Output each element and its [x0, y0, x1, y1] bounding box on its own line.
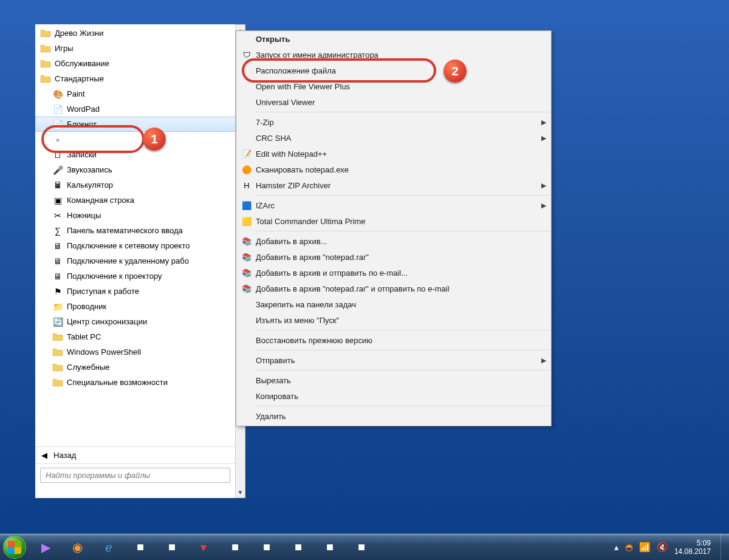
program-item[interactable]: ✂Ножницы — [35, 208, 235, 223]
blank-icon — [239, 33, 255, 45]
taskbar-app-generic5[interactable]: ■ — [283, 536, 313, 559]
context-item-label: Edit with Notepad++ — [256, 149, 546, 159]
program-item[interactable]: Обслуживание — [35, 56, 235, 71]
search-input[interactable] — [40, 468, 230, 483]
context-separator — [256, 330, 550, 330]
context-item[interactable]: 🟨Total Commander Ultima Prime — [236, 213, 551, 229]
program-item-label: Подключение к удаленному рабо — [67, 256, 189, 265]
start-button[interactable] — [0, 534, 29, 561]
context-item[interactable]: 🟦IZArc▶ — [236, 197, 551, 213]
context-item[interactable]: 🛡Запуск от имени администратора — [236, 47, 551, 63]
taskbar-pinned-apps: ▶ ◉ ℯ ■ ■ ▾ ■ ■ ■ ■ ■ — [30, 534, 377, 560]
folder-icon — [40, 73, 51, 84]
taskbar-app-generic6[interactable]: ■ — [315, 536, 345, 559]
program-item[interactable]: Стандартные — [35, 71, 235, 86]
context-item-label: Восстановить прежнюю версию — [256, 336, 546, 345]
program-item[interactable]: Древо Жизни — [35, 26, 235, 41]
program-item[interactable]: Специальные возможности — [35, 375, 235, 390]
program-item[interactable]: 📄WordPad — [35, 101, 235, 117]
program-item[interactable]: ∑Панель математического ввода — [35, 223, 235, 238]
taskbar: ▶ ◉ ℯ ■ ■ ▾ ■ ■ ■ ■ ■ ▴ ◓ 📶 🔇 5:09 14.08… — [0, 533, 729, 560]
context-item[interactable]: Восстановить прежнюю версию — [236, 332, 551, 348]
hamster-icon: H — [239, 179, 255, 191]
context-item[interactable]: Open with File Viewer Plus — [236, 78, 551, 94]
taskbar-app-generic7[interactable]: ■ — [346, 536, 377, 559]
context-item[interactable]: Отправить▶ — [236, 352, 551, 368]
context-item-label: Total Commander Ultima Prime — [256, 217, 546, 226]
flag-icon: ⚑ — [52, 286, 63, 297]
program-item[interactable]: 🗒Записки — [35, 147, 235, 162]
tray-avast-icon[interactable]: ◓ — [625, 542, 633, 553]
taskbar-app-generic2[interactable]: ■ — [157, 536, 187, 559]
taskbar-app-ie[interactable]: ℯ — [94, 536, 124, 559]
notes-icon: 🗒 — [52, 149, 63, 160]
blank-icon — [239, 64, 255, 77]
scroll-down-icon[interactable]: ▼ — [236, 487, 245, 497]
back-button[interactable]: ◀ Назад — [35, 446, 235, 463]
context-item-label: Отправить — [256, 356, 541, 365]
back-arrow-icon: ◀ — [41, 451, 47, 460]
context-item[interactable]: Копировать — [236, 388, 551, 404]
program-item[interactable]: 🎨Paint — [35, 86, 235, 101]
context-item[interactable]: CRC SHA▶ — [236, 130, 551, 146]
context-item-label: Расположение файла — [256, 66, 546, 75]
program-list: Древо ЖизниИгрыОбслуживаниеСтандартные🎨P… — [35, 24, 235, 446]
program-item[interactable]: 🔄Центр синхронизации — [35, 314, 235, 329]
context-item[interactable]: Вырезать — [236, 372, 551, 388]
context-separator — [256, 370, 550, 370]
proj-icon: 🖥 — [52, 241, 63, 251]
context-item-label: Копировать — [256, 392, 546, 401]
blank-icon — [239, 298, 255, 310]
taskbar-app-red[interactable]: ▾ — [188, 536, 219, 559]
context-item[interactable]: 📚Добавить в архив... — [236, 233, 551, 249]
context-item[interactable]: 7-Zip▶ — [236, 114, 551, 130]
context-item[interactable]: Расположение файла — [236, 63, 551, 78]
program-item[interactable]: Tablet PC — [35, 329, 235, 344]
taskbar-app-generic1[interactable]: ■ — [125, 536, 156, 559]
program-item-label: Древо Жизни — [55, 29, 104, 38]
context-item[interactable]: 📝Edit with Notepad++ — [236, 146, 551, 162]
context-item[interactable]: HHamster ZIP Archiver▶ — [236, 177, 551, 193]
program-item[interactable]: Игры — [35, 41, 235, 56]
context-item[interactable]: Universal Viewer — [236, 94, 551, 110]
submenu-arrow-icon: ▶ — [541, 357, 546, 364]
context-item[interactable]: 📚Добавить в архив "notepad.rar" — [236, 249, 551, 265]
program-item[interactable]: 🎤Звукозапись — [35, 162, 235, 177]
tray-clock[interactable]: 5:09 14.08.2017 — [674, 539, 711, 556]
taskbar-app-purple[interactable]: ▶ — [30, 536, 61, 559]
taskbar-app-generic4[interactable]: ■ — [252, 536, 282, 559]
context-item[interactable]: Изъять из меню "Пуск" — [236, 312, 551, 328]
show-desktop-button[interactable] — [720, 534, 727, 560]
context-item-label: Hamster ZIP Archiver — [256, 181, 541, 190]
program-item[interactable]: 🖥Подключение к удаленному рабо — [35, 253, 235, 268]
program-item[interactable]: Windows PowerShell — [35, 344, 235, 360]
folder-icon — [40, 28, 51, 39]
submenu-arrow-icon: ▶ — [541, 118, 546, 126]
tray-volume-icon[interactable]: 🔇 — [657, 542, 668, 553]
program-item[interactable]: ⚑Приступая к работе — [35, 284, 235, 299]
program-item[interactable]: 🖥Подключение к проектору — [35, 268, 235, 284]
program-item[interactable]: ▣Командная строка — [35, 193, 235, 208]
program-item[interactable]: ▫ — [35, 132, 235, 147]
taskbar-app-media-player[interactable]: ◉ — [62, 536, 92, 559]
tray-expand-icon[interactable]: ▴ — [614, 542, 619, 553]
program-item[interactable]: 📁Проводник — [35, 299, 235, 314]
tray-network-icon[interactable]: 📶 — [639, 542, 651, 553]
context-item[interactable]: Открыть — [236, 31, 551, 47]
program-item-notepad[interactable]: 📄Блокнот — [35, 117, 235, 132]
program-item[interactable]: Служебные — [35, 360, 235, 375]
context-item[interactable]: 📚Добавить в архив и отправить по e-mail.… — [236, 265, 551, 281]
program-item-label: Калькулятор — [67, 180, 113, 190]
context-item[interactable]: 🟠Сканировать notepad.exe — [236, 162, 551, 177]
context-item[interactable]: Закрепить на панели задач — [236, 296, 551, 312]
program-item-label: WordPad — [67, 104, 100, 114]
taskbar-app-generic3[interactable]: ■ — [220, 536, 250, 559]
context-item[interactable]: Удалить — [236, 408, 551, 424]
program-item[interactable]: 🖩Калькулятор — [35, 177, 235, 193]
tray-time: 5:09 — [674, 539, 711, 547]
context-item[interactable]: 📚Добавить в архив "notepad.rar" и отправ… — [236, 281, 551, 296]
notepad-icon: 📄 — [52, 119, 63, 130]
program-item[interactable]: 🖥Подключение к сетевому проекто — [35, 238, 235, 253]
blank-icon — [239, 334, 255, 346]
program-item-label: Подключение к проектору — [67, 271, 162, 281]
